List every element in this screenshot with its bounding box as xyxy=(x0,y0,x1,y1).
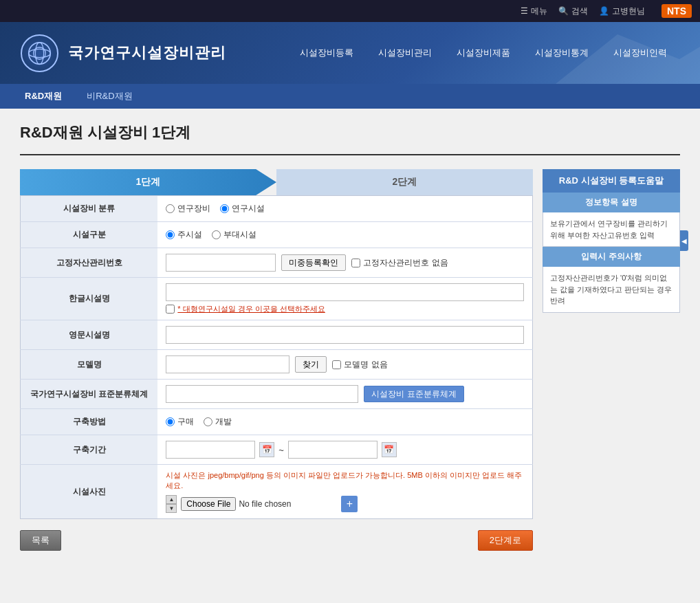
period-separator: ~ xyxy=(278,445,284,455)
search-button[interactable]: 🔍 검색 xyxy=(558,6,588,17)
photo-notice: 시설 사진은 jpeg/bmp/gif/png 등의 이미지 파일만 업로드가 … xyxy=(166,470,524,491)
radio-develop-label: 개발 xyxy=(215,416,232,428)
not-registered-btn[interactable]: 미중등록확인 xyxy=(281,254,346,271)
asset-number-label: 고정자산관리번호 xyxy=(21,248,158,278)
radio-develop-input[interactable] xyxy=(204,417,212,426)
no-asset-number-checkbox[interactable] xyxy=(351,259,360,267)
top-bar: ☰ 메뉴 🔍 검색 👤 고병현님 NTS xyxy=(0,0,700,22)
construction-method-value: 구매 개발 xyxy=(157,409,532,435)
nav-item-product[interactable]: 시설장비제품 xyxy=(444,43,523,63)
asset-number-row: 고정자산관리번호 미중등록확인 고정자산관리번호 없음 xyxy=(21,248,533,278)
radio-purchase[interactable]: 구매 xyxy=(166,416,194,428)
classification-system-btn[interactable]: 시설장비 표준분류체계 xyxy=(364,386,463,402)
next-step-btn[interactable]: 2단계로 xyxy=(478,530,533,551)
facility-name-kr-row: 한글시설명 * 대형연구시설일 경우 이곳을 선택하주세요 xyxy=(21,278,533,320)
model-input[interactable] xyxy=(166,355,289,373)
sidebar: R&D 시설장비 등록도움말 정보항목 설명 보유기관에서 연구장비를 관리하기… xyxy=(543,169,680,313)
file-input[interactable] xyxy=(181,497,337,511)
facility-photo-row: 시설사진 시설 사진은 jpeg/bmp/gif/png 등의 이미지 파일만 … xyxy=(21,465,533,519)
no-asset-number-checkbox-label[interactable]: 고정자산관리번호 없음 xyxy=(351,257,448,269)
classification-value: 연구장비 연구시설 xyxy=(157,196,532,222)
asset-number-row-inner: 미중등록확인 고정자산관리번호 없음 xyxy=(166,254,524,272)
radio-main-facility-label: 주시설 xyxy=(177,229,202,241)
model-label: 모델명 xyxy=(21,350,158,380)
classification-system-value: 시설장비 표준분류체계 xyxy=(157,380,532,409)
add-photo-btn[interactable]: + xyxy=(341,496,358,512)
no-model-checkbox-label[interactable]: 모델명 없음 xyxy=(332,359,387,371)
bottom-buttons: 목록 2단계로 xyxy=(20,530,533,551)
nts-logo: NTS xyxy=(661,4,692,18)
sidebar-section2-title: 입력시 주의사항 xyxy=(543,247,680,267)
facility-photo-label: 시설사진 xyxy=(21,465,158,519)
user-icon: 👤 xyxy=(599,6,609,16)
construction-period-value: 📅 ~ 📅 xyxy=(157,435,532,465)
nav-item-management[interactable]: 시설장비관리 xyxy=(366,43,444,63)
classification-label: 시설장비 분류 xyxy=(21,196,158,222)
radio-sub-facility[interactable]: 부대시설 xyxy=(212,229,256,241)
sidebar-wrap: R&D 시설장비 등록도움말 정보항목 설명 보유기관에서 연구장비를 관리하기… xyxy=(543,169,680,313)
user-menu[interactable]: 👤 고병현님 xyxy=(599,6,645,17)
step-tabs: 1단계 2단계 xyxy=(20,169,533,195)
sidebar-section1-content: 보유기관에서 연구장비를 관리하기 위해 부여한 자산고유번호 입력 xyxy=(543,212,680,247)
facility-type-row: 시설구분 주시설 부대시설 xyxy=(21,222,533,248)
facility-photo-value: 시설 사진은 jpeg/bmp/gif/png 등의 이미지 파일만 업로드가 … xyxy=(157,465,532,519)
facility-name-en-value xyxy=(157,320,532,350)
radio-main-facility[interactable]: 주시설 xyxy=(166,229,202,241)
order-up-btn[interactable]: ▲ xyxy=(166,495,177,504)
facility-type-radio-group: 주시설 부대시설 xyxy=(166,229,524,241)
asset-number-input[interactable] xyxy=(166,254,276,272)
classification-system-input[interactable] xyxy=(166,385,358,403)
classification-system-label: 국가연구시설장비 표준분류체계 xyxy=(21,380,158,409)
construction-method-row: 구축방법 구매 개발 xyxy=(21,409,533,435)
classification-system-row-inner: 시설장비 표준분류체계 xyxy=(166,385,524,403)
subnav-rnd[interactable]: R&D재원 xyxy=(14,86,73,107)
no-model-label: 모델명 없음 xyxy=(344,359,387,371)
subnav-non-rnd[interactable]: 비R&D재원 xyxy=(76,86,143,107)
menu-icon: ☰ xyxy=(521,6,528,16)
step2-tab[interactable]: 2단계 xyxy=(276,169,533,195)
order-buttons: ▲ ▼ xyxy=(166,495,177,513)
nav-item-statistics[interactable]: 시설장비통계 xyxy=(523,43,601,63)
radio-sub-facility-input[interactable] xyxy=(212,230,221,239)
construction-period-label: 구축기간 xyxy=(21,435,158,465)
classification-system-row: 국가연구시설장비 표준분류체계 시설장비 표준분류체계 xyxy=(21,380,533,409)
step1-tab[interactable]: 1단계 xyxy=(20,169,276,195)
main-layout: 1단계 2단계 시설장비 분류 연구장비 xyxy=(20,169,680,551)
svg-point-2 xyxy=(29,49,51,57)
list-btn[interactable]: 목록 xyxy=(20,530,61,551)
facility-name-en-row: 영문시설명 xyxy=(21,320,533,350)
facility-name-kr-value: * 대형연구시설일 경우 이곳을 선택하주세요 xyxy=(157,278,532,320)
radio-research-device-input[interactable] xyxy=(166,204,175,213)
period-start-input[interactable] xyxy=(166,441,255,459)
period-end-input[interactable] xyxy=(288,441,378,459)
period-end-calendar-icon[interactable]: 📅 xyxy=(382,442,397,457)
facility-name-en-input[interactable] xyxy=(166,326,524,344)
facility-name-kr-input[interactable] xyxy=(166,283,524,301)
site-logo xyxy=(21,34,58,72)
large-research-checkbox-label[interactable]: * 대형연구시설일 경우 이곳을 선택하주세요 xyxy=(166,304,524,314)
file-input-wrap xyxy=(181,497,337,511)
form-table: 시설장비 분류 연구장비 연구시설 xyxy=(20,195,533,519)
radio-research-facility-input[interactable] xyxy=(220,204,229,213)
find-model-btn[interactable]: 찾기 xyxy=(295,356,327,373)
construction-method-radio-group: 구매 개발 xyxy=(166,416,524,428)
order-down-btn[interactable]: ▼ xyxy=(166,504,177,513)
nav-item-personnel[interactable]: 시설장비인력 xyxy=(601,43,679,63)
sidebar-toggle-btn[interactable]: ◀ xyxy=(680,230,688,251)
nav-item-registration[interactable]: 시설장비등록 xyxy=(287,43,366,63)
period-start-calendar-icon[interactable]: 📅 xyxy=(259,442,274,457)
large-research-link[interactable]: * 대형연구시설일 경우 이곳을 선택하주세요 xyxy=(177,304,325,314)
no-model-checkbox[interactable] xyxy=(332,360,341,369)
radio-sub-facility-label: 부대시설 xyxy=(223,229,256,241)
radio-purchase-input[interactable] xyxy=(166,417,175,426)
large-research-checkbox[interactable] xyxy=(166,305,175,314)
radio-research-facility[interactable]: 연구시설 xyxy=(220,203,265,215)
no-asset-number-label: 고정자산관리번호 없음 xyxy=(363,257,448,269)
main-nav: 시설장비등록 시설장비관리 시설장비제품 시설장비통계 시설장비인력 xyxy=(287,43,679,63)
radio-develop[interactable]: 개발 xyxy=(204,416,232,428)
menu-button[interactable]: ☰ 메뉴 xyxy=(521,6,547,17)
classification-row: 시설장비 분류 연구장비 연구시설 xyxy=(21,196,533,222)
radio-research-device[interactable]: 연구장비 xyxy=(166,203,210,215)
radio-main-facility-input[interactable] xyxy=(166,230,175,239)
search-icon: 🔍 xyxy=(558,6,569,16)
